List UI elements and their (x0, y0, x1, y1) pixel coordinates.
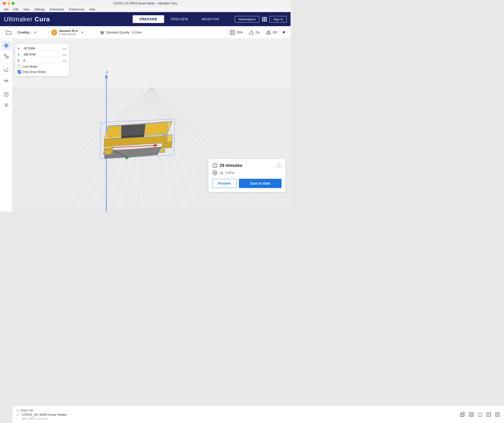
menu-bar: File Edit View Settings Extensions Prefe… (0, 7, 290, 12)
svg-point-81 (213, 171, 217, 175)
viewport-3d[interactable]: ▲ X mm Y mm Z mm Lock Model (13, 39, 290, 212)
settings-tool-button[interactable] (1, 100, 11, 110)
save-to-disk-button[interactable]: Save to Disk (239, 179, 282, 188)
quality-icon (100, 30, 105, 35)
y-position-row: Y mm (18, 52, 67, 57)
support-tool-button[interactable] (1, 90, 11, 99)
menu-file[interactable]: File (2, 7, 10, 12)
y-input[interactable] (23, 52, 61, 57)
nav-tabs: PREPARE PREVIEW MONITOR (133, 15, 226, 23)
tab-monitor[interactable]: MONITOR (195, 15, 226, 23)
logo-text: Ultimaker Cura (4, 16, 50, 23)
adhesion-icon (266, 30, 271, 35)
support-section: On (246, 30, 263, 35)
print-time-row: 29 minutes i (212, 163, 282, 168)
printer-name: Creality... (17, 31, 31, 34)
lock-model-checkbox[interactable] (18, 65, 21, 68)
adhesion-section: Off (263, 30, 280, 35)
material-chevron-icon: ▼ (81, 31, 84, 34)
svg-rect-6 (230, 30, 235, 35)
preview-button[interactable]: Preview (212, 179, 237, 188)
svg-marker-71 (108, 125, 121, 137)
x-position-row: X mm (18, 46, 67, 51)
print-summary-panel: 29 minutes i 3g · 0.97m Preview Save to … (208, 159, 286, 192)
svg-rect-75 (160, 149, 165, 153)
print-actions: Preview Save to Disk (212, 179, 282, 188)
open-folder-button[interactable] (3, 27, 15, 38)
quality-selector[interactable]: Standard Quality - 0.2mm (97, 27, 227, 38)
svg-rect-74 (105, 151, 110, 154)
position-panel: X mm Y mm Z mm Lock Model Drop Down Mode… (15, 44, 69, 76)
sign-in-button[interactable]: Sign in (270, 16, 287, 23)
printer-selector[interactable]: Creality... ▼ (15, 27, 48, 38)
app-header: Ultimaker Cura PREPARE PREVIEW MONITOR M… (0, 12, 290, 26)
traffic-lights[interactable] (3, 2, 15, 5)
menu-settings[interactable]: Settings (32, 7, 47, 12)
scale-tool-button[interactable] (1, 51, 11, 61)
z-input[interactable] (23, 58, 61, 63)
svg-point-82 (214, 172, 216, 173)
x-input[interactable] (23, 46, 61, 51)
clock-icon (212, 163, 218, 168)
z-unit: mm (62, 59, 67, 62)
close-button[interactable] (3, 2, 6, 5)
apps-grid-icon[interactable] (262, 16, 267, 22)
menu-preferences[interactable]: Preferences (67, 7, 86, 12)
tab-prepare[interactable]: PREPARE (133, 15, 164, 23)
svg-line-80 (215, 165, 216, 166)
svg-point-5 (101, 33, 103, 34)
logo: Ultimaker Cura (4, 16, 50, 23)
minimize-button[interactable] (7, 2, 10, 5)
print-time: 29 minutes (212, 163, 242, 168)
svg-point-25 (6, 104, 7, 106)
infill-section: 20% (227, 30, 246, 35)
svg-text:▲: ▲ (106, 70, 109, 73)
tool-divider-1 (2, 63, 11, 63)
svg-line-20 (6, 56, 7, 56)
menu-help[interactable]: Help (87, 7, 97, 12)
menu-edit[interactable]: Edit (11, 7, 20, 12)
tool-divider-2 (2, 87, 11, 88)
tab-preview[interactable]: PREVIEW (164, 15, 195, 23)
maximize-button[interactable] (12, 2, 15, 5)
infill-label: 20% (237, 31, 243, 34)
menu-view[interactable]: View (21, 7, 31, 12)
mirror-tool-button[interactable] (1, 76, 11, 86)
infill-icon (230, 30, 235, 35)
support-label: On (256, 31, 260, 34)
lock-model-row: Lock Model (18, 65, 67, 68)
material-icon (212, 170, 218, 175)
settings-expand-button[interactable]: ▼ (280, 27, 288, 38)
svg-marker-72 (144, 122, 167, 134)
title-bar: CCR10_HC-SR04 Sonar Holder - Ultimaker C… (0, 0, 290, 7)
settings-chevron-icon: ▼ (282, 30, 286, 35)
menu-extensions[interactable]: Extensions (48, 7, 66, 12)
move-tool-button[interactable] (1, 41, 11, 50)
left-toolbar (0, 39, 13, 212)
quality-label: Standard Quality - 0.2mm (106, 31, 142, 34)
svg-marker-69 (121, 124, 145, 136)
header-right: Marketplace Sign in (235, 16, 287, 23)
x-unit: mm (62, 47, 67, 50)
svg-rect-19 (7, 56, 8, 58)
print-material-row: 3g · 0.97m (212, 170, 282, 175)
svg-point-24 (6, 95, 7, 95)
y-label: Y (18, 53, 21, 56)
svg-rect-13 (266, 33, 271, 34)
svg-point-3 (101, 31, 102, 32)
rotate-tool-button[interactable] (1, 65, 11, 75)
z-position-row: Z mm (18, 58, 67, 63)
window-title: CCR10_HC-SR04 Sonar Holder - Ultimaker C… (114, 2, 177, 5)
y-unit: mm (62, 53, 67, 56)
info-button[interactable]: i (277, 163, 282, 168)
dropdown-model-checkbox[interactable] (18, 70, 21, 74)
material-selector[interactable]: 1 Generic PLA 0.4mm Nozzle ▼ (48, 27, 97, 38)
settings-toolbar: Creality... ▼ 1 Generic PLA 0.4mm Nozzle… (0, 26, 290, 39)
marketplace-button[interactable]: Marketplace (235, 16, 259, 23)
z-label: Z (18, 59, 21, 63)
x-label: X (18, 47, 21, 50)
dropdown-model-label: Drop Down Model (23, 70, 46, 74)
lock-model-label: Lock Model (23, 65, 37, 68)
adhesion-label: Off (273, 31, 277, 34)
support-icon (249, 30, 254, 35)
